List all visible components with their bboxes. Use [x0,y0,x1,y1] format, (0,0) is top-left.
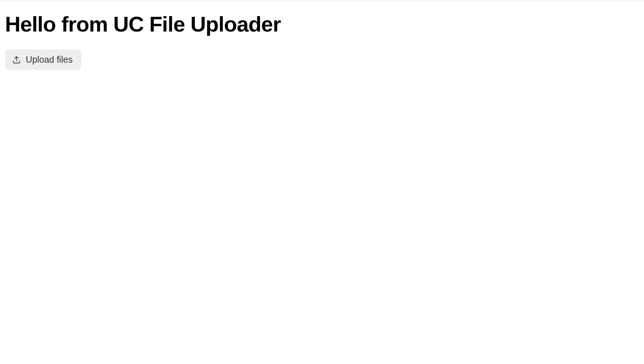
upload-icon [12,56,21,64]
upload-files-button[interactable]: Upload files [5,49,81,70]
page-title: Hello from UC File Uploader [5,12,644,37]
upload-button-label: Upload files [26,54,73,65]
